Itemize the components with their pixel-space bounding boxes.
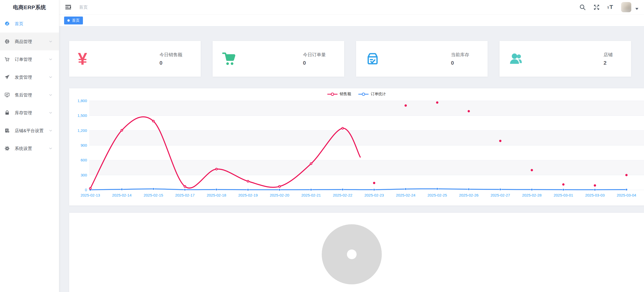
svg-text:T: T (607, 6, 609, 9)
sales-point (121, 129, 123, 131)
line-chart-canvas[interactable]: 03006009001,2001,5001,8002025-02-132025-… (69, 88, 644, 205)
sales-point (247, 180, 249, 182)
x-axis-label: 2025-02-15 (144, 193, 163, 197)
stat-card-label: 当前库存 (451, 52, 469, 58)
topbar-actions: TT (579, 2, 638, 12)
stat-card-value: 0 (451, 60, 469, 66)
chevron-down-icon (48, 75, 53, 79)
chevron-down-icon (48, 146, 53, 151)
x-axis-label: 2025-03-01 (554, 193, 573, 197)
caret-down-icon[interactable] (635, 8, 638, 11)
legend-item-sales[interactable]: 销售额 (327, 92, 351, 96)
sales-point (625, 174, 628, 176)
tab-bar: 首页 (59, 15, 644, 26)
sales-point (216, 168, 217, 170)
x-axis-label: 2025-02-26 (459, 193, 479, 197)
orders-point (468, 188, 470, 190)
stat-card-text: 店铺2 (604, 52, 613, 66)
stat-card-label: 今日订单量 (303, 52, 326, 58)
stat-card-today-orders: 今日订单量0 (213, 41, 344, 77)
sidebar-collapse-icon[interactable] (65, 4, 71, 10)
shop-settings-icon (4, 128, 10, 134)
avatar[interactable] (621, 2, 631, 12)
sidebar-item-inventory[interactable]: 库存管理 (0, 104, 59, 122)
sales-point (499, 140, 502, 142)
sales-point (342, 127, 344, 129)
content: ¥今日销售额0今日订单量0当前库存0店铺2 销售额订单统计 0300600900… (59, 26, 644, 292)
donut-hole (347, 249, 357, 259)
sidebar-item-system-settings[interactable]: 系统设置 (0, 140, 59, 157)
orders-point (562, 189, 564, 191)
sales-point (373, 182, 375, 184)
main-area: 首页 TT 首页 ¥今日销售额0今日订单量0当前库存0店铺2 销售额订单统计 0… (59, 0, 644, 292)
aftersale-monitor-icon (4, 92, 10, 98)
sales-point (405, 104, 407, 107)
stat-card-value: 0 (159, 60, 182, 66)
sidebar-item-products[interactable]: 商品管理 (0, 33, 59, 50)
x-axis-label: 2025-02-27 (491, 193, 510, 197)
stat-card-text: 今日销售额0 (159, 52, 182, 66)
orders-point (436, 188, 438, 190)
svg-text:T: T (609, 4, 613, 10)
y-axis-label: 0 (85, 188, 87, 192)
sales-point (153, 120, 154, 122)
x-axis-label: 2025-03-04 (617, 193, 636, 197)
sidebar-menu: 首页商品管理订单管理发货管理售后管理库存管理店铺&平台设置系统设置 (0, 15, 59, 157)
app-title: 电商ERP系统 (0, 0, 59, 15)
empty-pie-chart[interactable] (69, 213, 644, 292)
search-icon[interactable] (579, 4, 586, 11)
cart-icon (4, 56, 10, 62)
sidebar-item-label: 商品管理 (15, 39, 48, 45)
orders-point (152, 188, 154, 190)
orders-point (215, 188, 217, 190)
tab-active-dot (67, 19, 70, 22)
x-axis-label: 2025-02-22 (333, 193, 353, 197)
orders-point (342, 188, 344, 190)
sidebar-item-orders[interactable]: 订单管理 (0, 50, 59, 68)
x-axis-label: 2025-02-17 (175, 193, 195, 197)
line-chart[interactable]: 03006009001,2001,5001,8002025-02-132025-… (69, 88, 644, 205)
sales-point (436, 101, 438, 104)
chevron-down-icon (48, 39, 53, 44)
tab-home[interactable]: 首页 (64, 17, 83, 24)
sales-point (279, 186, 281, 187)
sidebar-item-label: 店铺&平台设置 (15, 128, 48, 134)
sidebar-item-shipping[interactable]: 发货管理 (0, 68, 59, 86)
chevron-down-icon (48, 128, 53, 133)
legend-item-orders[interactable]: 订单统计 (358, 92, 386, 96)
sidebar-item-aftersale[interactable]: 售后管理 (0, 86, 59, 104)
chart-band (89, 175, 644, 190)
sidebar-item-shop-platform-settings[interactable]: 店铺&平台设置 (0, 122, 59, 140)
x-axis-label: 2025-02-25 (428, 193, 447, 197)
y-axis-label: 1,800 (77, 99, 87, 103)
stat-card-current-stock: 当前库存0 (356, 41, 488, 77)
sidebar-item-label: 系统设置 (15, 146, 48, 151)
gear-icon (4, 145, 10, 151)
legend-marker-icon (358, 92, 369, 96)
sales-point (310, 163, 312, 164)
stat-card-value: 0 (303, 60, 326, 66)
sales-point (531, 169, 533, 171)
users-icon (508, 51, 531, 67)
orders-point (373, 189, 375, 191)
stat-card-value: 2 (604, 60, 613, 66)
chart-band (89, 101, 644, 116)
sales-point (468, 110, 470, 112)
y-axis-label: 900 (81, 143, 87, 147)
y-axis-label: 1,500 (77, 113, 87, 118)
sidebar-item-label: 售后管理 (15, 92, 48, 98)
fullscreen-icon[interactable] (593, 4, 600, 11)
yen-icon: ¥ (78, 50, 101, 67)
chart-band (89, 145, 644, 160)
cart-fill-icon (221, 51, 244, 67)
sidebar-item-label: 发货管理 (15, 74, 48, 80)
sidebar-item-label: 库存管理 (15, 110, 48, 116)
x-axis-label: 2025-02-14 (112, 193, 132, 197)
sidebar-item-home[interactable]: 首页 (0, 15, 59, 33)
font-size-icon[interactable]: TT (607, 4, 614, 11)
legend-marker-icon (327, 92, 338, 96)
breadcrumb: 首页 (79, 4, 579, 10)
orders-point (405, 188, 407, 190)
legend-label: 订单统计 (371, 92, 386, 96)
y-axis-label: 600 (81, 158, 87, 162)
